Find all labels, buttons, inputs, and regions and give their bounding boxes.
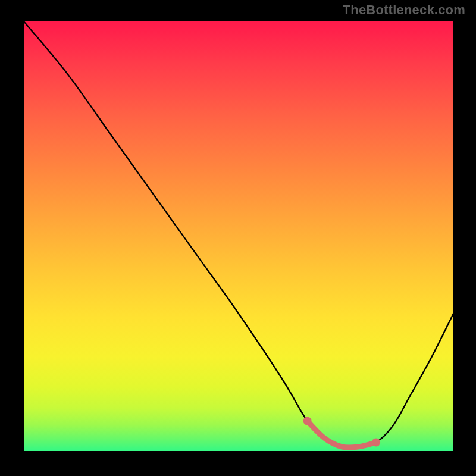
chart-frame: TheBottleneck.com — [0, 0, 476, 476]
attribution-text: TheBottleneck.com — [343, 2, 465, 18]
main-curve-path — [24, 21, 453, 447]
plot-area — [24, 21, 453, 451]
plateau-highlight-path — [308, 421, 377, 447]
plateau-start-dot — [303, 416, 312, 425]
plateau-end-dot — [372, 439, 380, 447]
curve-svg — [24, 21, 453, 451]
